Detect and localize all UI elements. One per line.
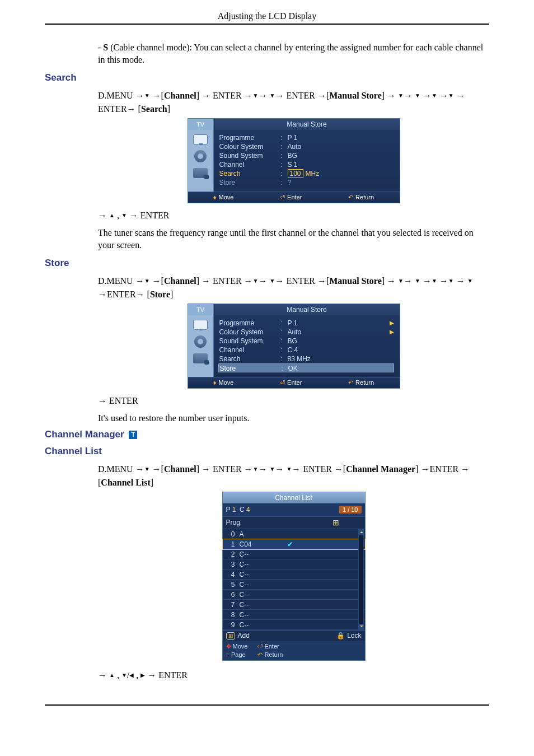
cl-head: P 1 C 4 1 / 10	[223, 503, 365, 517]
return-icon: ↶	[348, 194, 353, 200]
channel-list-after-path: → , / , → ENTER	[98, 669, 489, 682]
heading-search: Search	[45, 72, 489, 83]
osd-row: Search:100MHz	[219, 169, 394, 178]
search-desc: The tuner scans the frequency range unti…	[98, 227, 489, 251]
updown-icon: ♦	[213, 194, 217, 200]
channel-manager-label: Channel Manager	[45, 429, 124, 440]
osd-tab-tv: TV	[188, 304, 214, 315]
osd-row: Store:OK	[218, 363, 394, 372]
osd-row: Sound System:BG	[219, 151, 394, 160]
return-icon: ↶	[348, 379, 353, 386]
osd-row: Store:?	[219, 178, 394, 187]
lock-icon: 🔒	[336, 632, 345, 640]
foot-return: Return	[355, 194, 374, 200]
table-row[interactable]: 5C--	[223, 580, 365, 590]
return-icon: ↶	[257, 651, 263, 658]
cl-return: Return	[264, 651, 283, 658]
scrollbar[interactable]	[358, 529, 364, 630]
osd-row: Colour System:Auto	[219, 142, 394, 151]
page-icon: ≡	[226, 651, 229, 658]
table-row[interactable]: 7C--	[223, 600, 365, 610]
cl-table: 0A1C04✔2C--3C--4C--5C--6C--7C--8C--9C--	[223, 529, 365, 630]
store-nav-path: D.MENU → →[Channel] → ENTER →→ → ENTER →…	[98, 274, 489, 301]
enter-icon: ⏎	[280, 194, 285, 200]
cl-rows: 0A1C04✔2C--3C--4C--5C--6C--7C--8C--9C--	[223, 529, 365, 630]
cl-sub: Prog. ⊞	[223, 517, 365, 529]
osd-row: Channel:C 4	[219, 346, 394, 354]
table-row[interactable]: 1C04✔	[223, 539, 365, 549]
osd-row: Sound System:BG	[219, 337, 394, 346]
store-after-path: → ENTER	[98, 394, 489, 408]
osd-icon-col	[188, 315, 214, 377]
pip-icon	[193, 353, 208, 363]
store-desc: It's used to restore the number user inp…	[98, 412, 489, 424]
table-row[interactable]: 3C--	[223, 559, 365, 570]
osd-footer: ♦Move ⏎Enter ↶Return	[188, 192, 400, 203]
osd-row: Programme:P 1	[219, 133, 394, 142]
header-divider	[45, 24, 489, 25]
add-icon: ⊞	[226, 632, 235, 640]
cl-prog-label: Prog.	[226, 519, 242, 526]
page-title: Adjusting the LCD Display	[45, 11, 489, 24]
move-icon: ✥	[226, 643, 231, 650]
scroll-down-icon[interactable]	[359, 624, 363, 629]
cl-lock-label: Lock	[347, 632, 361, 640]
tv-icon	[193, 320, 208, 330]
osd-row: Search:83 MHz	[219, 354, 394, 363]
scroll-up-icon[interactable]	[359, 530, 363, 535]
cl-foot2: ✥Move ≡Page ⏎Enter ↶Return	[223, 641, 365, 660]
foot-enter: Enter	[287, 379, 302, 386]
gear-icon	[194, 150, 207, 162]
table-row[interactable]: 8C--	[223, 610, 365, 620]
updown-icon: ♦	[213, 379, 217, 386]
osd-title: Manual Store	[214, 119, 400, 130]
osd-search: TV Manual Store Programme:P 1Colour Syst…	[188, 118, 400, 203]
plus-icon: ⊞	[332, 518, 339, 527]
heading-channel-list: Channel List	[45, 446, 489, 457]
osd-row: Programme:P 1▶	[219, 319, 394, 328]
tv-icon	[193, 134, 208, 144]
osd-store: TV Manual Store Programme:P 1▶Colour Sys…	[188, 304, 400, 389]
cl-page: Page	[231, 651, 246, 658]
channel-list-nav-path: D.MENU → →[Channel] → ENTER →→ → → ENTER…	[98, 463, 489, 489]
table-row[interactable]: 0A	[223, 529, 365, 539]
cl-foot1: ⊞ Add 🔒 Lock	[223, 630, 365, 641]
intro-text: - S (Cable channel mode): You can select…	[98, 41, 489, 66]
search-after-path: → , → ENTER	[98, 209, 489, 222]
footer-divider	[45, 704, 489, 706]
osd-row: Colour System:Auto▶	[219, 328, 394, 337]
search-nav-path: D.MENU → →[Channel] → ENTER →→ → ENTER →…	[98, 89, 489, 116]
cl-add-label: Add	[238, 632, 250, 640]
cl-move: Move	[233, 643, 248, 650]
heading-channel-manager: Channel Manager T	[45, 429, 489, 440]
osd-title: Manual Store	[214, 304, 400, 315]
foot-return: Return	[355, 379, 374, 386]
cl-count: 1 / 10	[339, 506, 362, 514]
pip-icon	[193, 168, 208, 178]
channel-list-osd: Channel List P 1 C 4 1 / 10 Prog. ⊞ 0A1C…	[222, 492, 366, 661]
osd-icon-col	[188, 130, 214, 192]
osd-row: Channel:S 1	[219, 160, 394, 169]
osd-list: Programme:P 1▶Colour System:Auto▶Sound S…	[214, 315, 400, 377]
table-row[interactable]: 4C--	[223, 570, 365, 580]
cl-pc: P 1 C 4	[226, 506, 250, 514]
table-row[interactable]: 9C--	[223, 620, 365, 630]
foot-move: Move	[218, 379, 233, 386]
osd-list: Programme:P 1Colour System:AutoSound Sys…	[214, 130, 400, 192]
cl-title: Channel List	[223, 492, 365, 503]
table-row[interactable]: 2C--	[223, 549, 365, 559]
t-icon: T	[129, 431, 137, 439]
enter-icon: ⏎	[257, 643, 263, 650]
gear-icon	[194, 335, 207, 348]
osd-tab-tv: TV	[188, 119, 214, 130]
foot-enter: Enter	[287, 194, 302, 200]
osd-footer: ♦Move ⏎Enter ↶Return	[188, 377, 400, 388]
heading-store: Store	[45, 258, 489, 269]
table-row[interactable]: 6C--	[223, 590, 365, 600]
enter-icon: ⏎	[280, 379, 285, 386]
cl-enter: Enter	[264, 643, 279, 650]
foot-move: Move	[218, 194, 233, 200]
